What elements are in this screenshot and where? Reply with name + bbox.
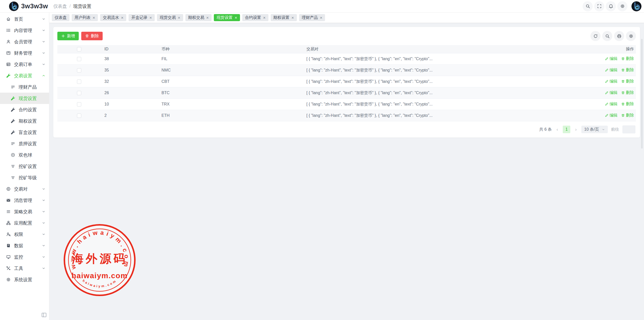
row-select-cell <box>57 110 101 121</box>
sidebar-subitem[interactable]: 现货设置 <box>0 93 49 104</box>
table-refresh-button[interactable] <box>590 31 600 41</box>
edit-button[interactable]: 编辑 <box>605 101 618 107</box>
sidebar-subitem[interactable]: 双色球 <box>0 149 49 161</box>
edit-button-label: 编辑 <box>610 79 618 84</box>
add-button[interactable]: 新增 <box>57 32 79 40</box>
sidebar-item[interactable]: 工具 <box>0 263 49 274</box>
next-page-button[interactable]: › <box>574 127 578 132</box>
jump-label: 前往 <box>611 127 619 132</box>
coin-cell: TRX <box>158 99 303 110</box>
sidebar-subitem[interactable]: 挖矿设置 <box>0 161 49 172</box>
tab-label: 现货交易 <box>160 15 176 20</box>
sidebar-subitem[interactable]: 期权设置 <box>0 115 49 127</box>
sidebar-subitem[interactable]: 合约设置 <box>0 104 49 115</box>
page-number[interactable]: 1 <box>563 126 570 133</box>
close-icon[interactable]: × <box>121 16 124 20</box>
gear-button[interactable] <box>617 1 627 11</box>
close-icon[interactable]: × <box>235 16 237 20</box>
tab-item[interactable]: 合约设置× <box>242 14 268 21</box>
sidebar-item[interactable]: 数据 <box>0 240 49 251</box>
wrench-icon <box>11 119 15 123</box>
close-icon[interactable]: × <box>149 16 152 20</box>
sidebar-subitem[interactable]: 质押设置 <box>0 138 49 149</box>
row-checkbox[interactable] <box>77 114 81 118</box>
row-checkbox[interactable] <box>77 57 81 61</box>
row-checkbox[interactable] <box>77 91 81 95</box>
edit-button[interactable]: 编辑 <box>605 79 618 84</box>
search-button[interactable] <box>583 1 593 11</box>
row-checkbox[interactable] <box>77 68 81 73</box>
tab-item[interactable]: 开盒记录× <box>129 14 155 21</box>
tab-item[interactable]: 交易流水× <box>100 14 126 21</box>
close-icon[interactable]: × <box>263 16 266 20</box>
trash-icon <box>621 102 625 106</box>
row-delete-button[interactable]: 删除 <box>621 90 634 95</box>
row-delete-button[interactable]: 删除 <box>621 79 634 84</box>
row-delete-button[interactable]: 删除 <box>621 113 634 118</box>
tab-item[interactable]: 期权设置× <box>271 14 297 21</box>
table-printer-button[interactable] <box>614 31 624 41</box>
table-search-button[interactable] <box>602 31 612 41</box>
row-delete-button[interactable]: 删除 <box>621 56 634 61</box>
delete-button[interactable]: 删除 <box>81 32 103 40</box>
sidebar-item[interactable]: 权限 <box>0 229 49 240</box>
sidebar-item[interactable]: 会员管理 <box>0 36 49 47</box>
page-jump-input[interactable] <box>622 125 635 133</box>
sidebar-item[interactable]: 策略交易 <box>0 206 49 217</box>
scrollbar-thumb[interactable] <box>641 39 643 149</box>
sidebar-item[interactable]: 内容管理 <box>0 25 49 36</box>
table-gear-button[interactable] <box>626 31 636 41</box>
row-checkbox[interactable] <box>77 80 81 84</box>
tab-item[interactable]: 现货设置× <box>214 14 240 21</box>
trash-icon <box>621 91 625 95</box>
tab-item[interactable]: 仪表盘 <box>52 14 69 21</box>
trash-icon <box>85 34 89 38</box>
pencil-icon <box>605 91 609 95</box>
sidebar-subitem[interactable]: 理财产品 <box>0 81 49 93</box>
close-icon[interactable]: × <box>206 16 209 20</box>
sidebar-item[interactable]: 财务管理 <box>0 47 49 59</box>
toolbar: 新增 删除 <box>57 31 636 41</box>
sidebar-item[interactable]: 系统设置 <box>0 274 49 285</box>
sidebar-item[interactable]: 交易对 <box>0 183 49 195</box>
page-size-select[interactable]: 10 条/页 <box>581 126 608 133</box>
sidebar-item[interactable]: 监控 <box>0 251 49 263</box>
tab-item[interactable]: 用户列表× <box>72 14 98 21</box>
sidebar-item[interactable]: 消息管理 <box>0 195 49 206</box>
sidebar-item[interactable]: 交易设置 <box>0 70 49 81</box>
logo-area[interactable]: 3w3w3w <box>0 2 49 11</box>
collapse-sidebar-icon[interactable] <box>41 312 47 318</box>
breadcrumb-root[interactable]: 仪表盘 <box>53 3 67 9</box>
tab-item[interactable]: 现货交易× <box>157 14 183 21</box>
tab-item[interactable]: 理财产品× <box>299 14 325 21</box>
fullscreen-button[interactable] <box>594 1 604 11</box>
list-icon <box>11 85 15 89</box>
tab-item[interactable]: 期权交易× <box>185 14 212 21</box>
bell-button[interactable] <box>606 1 616 11</box>
avatar[interactable] <box>631 1 641 11</box>
edit-button[interactable]: 编辑 <box>605 56 618 61</box>
sidebar-item[interactable]: 交易订单 <box>0 59 49 70</box>
pair-cell: [ { "lang": "zh-Hant", "text": "加密货币" },… <box>303 53 578 65</box>
edit-button[interactable]: 编辑 <box>605 90 618 95</box>
sidebar-item[interactable]: 应用配置 <box>0 217 49 229</box>
sidebar-subitem[interactable]: 挖矿等级 <box>0 172 49 183</box>
prev-page-button[interactable]: ‹ <box>555 127 559 132</box>
actions-cell: 编辑删除 <box>578 110 636 121</box>
close-icon[interactable]: × <box>93 16 95 20</box>
edit-button[interactable]: 编辑 <box>605 113 618 118</box>
row-checkbox[interactable] <box>77 102 81 106</box>
chevron-down-icon <box>42 255 46 259</box>
edit-button[interactable]: 编辑 <box>605 67 618 73</box>
close-icon[interactable]: × <box>178 16 180 20</box>
pair-cell: [ { "lang": "zh-Hant", "text": "加密货币" },… <box>303 65 578 76</box>
select-all-checkbox[interactable] <box>77 47 81 51</box>
wrench-icon <box>11 107 15 112</box>
row-delete-button[interactable]: 删除 <box>621 101 634 107</box>
sidebar-subitem[interactable]: 盲盒设置 <box>0 127 49 138</box>
table-row: 2ETH[ { "lang": "zh-Hant", "text": "加密货币… <box>57 110 636 121</box>
close-icon[interactable]: × <box>320 16 323 20</box>
close-icon[interactable]: × <box>292 16 294 20</box>
sidebar-item[interactable]: 首页 <box>0 13 49 25</box>
row-delete-button[interactable]: 删除 <box>621 67 634 73</box>
